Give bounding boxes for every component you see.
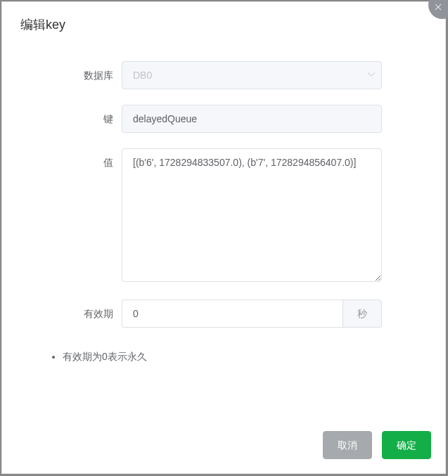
value-label: 值	[16, 148, 122, 176]
key-label: 键	[16, 105, 122, 133]
database-select-value: DB0	[122, 61, 382, 89]
dialog-footer: 取消 确定	[2, 424, 445, 473]
dialog-body: 数据库 DB0 键 delayedQueue 值	[2, 40, 445, 424]
ttl-label: 有效期	[16, 300, 122, 328]
close-icon	[433, 2, 443, 15]
database-select[interactable]: DB0	[122, 61, 382, 89]
database-label: 数据库	[16, 61, 122, 89]
hint-list: 有效期为0表示永久	[49, 349, 382, 364]
value-textarea[interactable]	[122, 148, 382, 282]
hint-item: 有效期为0表示永久	[63, 349, 382, 364]
cancel-button[interactable]: 取消	[323, 431, 372, 459]
key-input[interactable]: delayedQueue	[122, 105, 382, 133]
dialog-title: 编辑key	[2, 2, 445, 40]
edit-key-dialog: 编辑key 数据库 DB0 键 delayedQueue 值	[1, 1, 446, 474]
confirm-button[interactable]: 确定	[382, 431, 431, 459]
ttl-input[interactable]	[122, 300, 343, 328]
ttl-unit: 秒	[343, 300, 382, 328]
